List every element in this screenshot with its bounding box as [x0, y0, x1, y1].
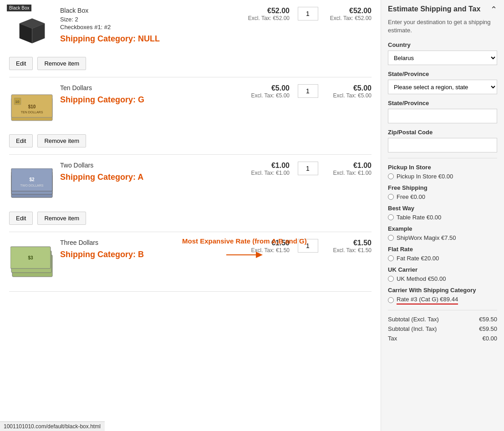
item-qty-col [294, 84, 321, 98]
item-details-ten-dollars: Ten Dollars Shipping Category: G [60, 84, 239, 105]
item-total: €1.00 Excl. Tax: €1.00 [321, 162, 372, 176]
qty-input[interactable] [298, 162, 318, 175]
edit-button[interactable]: Edit [9, 212, 33, 225]
edit-button[interactable]: Edit [9, 57, 33, 70]
shipping-option-label[interactable]: Table Rate €0.00 [397, 214, 441, 221]
sidebar-title: Estimate Shipping and Tax [388, 5, 480, 14]
item-price: €1.00 Excl. Tax: €1.00 [239, 162, 294, 176]
totals-row-tax: Tax €0.00 [388, 335, 497, 342]
svg-text:$10: $10 [28, 104, 36, 109]
section-title: Pickup In Store [388, 164, 497, 171]
price-excl-tax: Excl. Tax: €52.00 [239, 15, 290, 21]
svg-text:$3: $3 [28, 255, 33, 260]
sidebar-subtitle: Enter your destination to get a shipping… [388, 18, 497, 35]
country-group: Country Belarus [388, 41, 497, 65]
qty-input[interactable] [298, 7, 318, 20]
item-details-two-dollars: Two Dollars Shipping Category: A [60, 162, 239, 182]
item-details-black-box: Black Box Size: 2 Checkboxes #1: #2 Ship… [60, 7, 239, 44]
shipping-option-label-highlighted[interactable]: Rate #3 (Cat G) €89.44 [397, 296, 458, 304]
total-value: €5.00 [321, 84, 372, 92]
annotation: Most Expansive Rate (from A,B and G) [182, 237, 307, 262]
state-province-group-2: State/Province [388, 100, 497, 123]
svg-text:10: 10 [15, 100, 19, 104]
shipping-radio-flatrate[interactable] [388, 255, 394, 261]
shipping-section-bestway: Best Way Table Rate €0.00 [388, 205, 497, 221]
totals-row-subtotal-excl: Subtotal (Excl. Tax) €59.50 [388, 316, 497, 323]
collapse-icon[interactable]: ⌃ [490, 5, 497, 15]
qty-input[interactable] [298, 84, 318, 98]
shipping-section-example: Example ShipWorx Magix €7.50 [388, 225, 497, 241]
item-total: €1.50 Excl. Tax: €1.50 [321, 239, 372, 254]
remove-button[interactable]: Remove item [37, 57, 86, 70]
shipping-option: Fat Rate €20.00 [388, 255, 497, 262]
annotation-text: Most Expansive Rate (from A,B and G) [182, 237, 307, 246]
shipping-section-free: Free Shipping Free €0.00 [388, 184, 497, 200]
shipping-option-label[interactable]: Pickup In Store €0.00 [397, 173, 453, 180]
country-select[interactable]: Belarus [388, 51, 497, 65]
section-title: UK Carrier [388, 266, 497, 273]
state-input[interactable] [388, 109, 497, 123]
item-image-black-box: Black Box [9, 7, 55, 52]
item-qty-col [294, 162, 321, 175]
shipping-option: Free €0.00 [388, 193, 497, 200]
shipping-radio-free[interactable] [388, 194, 394, 200]
total-excl-tax: Excl. Tax: €52.00 [321, 15, 372, 21]
price-excl-tax: Excl. Tax: €5.00 [239, 92, 290, 99]
svg-marker-16 [256, 252, 263, 258]
total-value: €1.50 [321, 239, 372, 247]
remove-button[interactable]: Remove item [37, 212, 86, 225]
zip-label: Zip/Postal Code [388, 129, 497, 136]
shipping-option: ShipWorx Magix €7.50 [388, 234, 497, 241]
svg-text:$2: $2 [29, 177, 35, 182]
remove-button[interactable]: Remove item [37, 134, 86, 147]
edit-button[interactable]: Edit [9, 134, 33, 147]
item-total: €5.00 Excl. Tax: €5.00 [321, 84, 372, 99]
shipping-option-label[interactable]: UK Method €50.00 [397, 275, 446, 282]
item-qty-col [294, 7, 321, 20]
shipping-option-label[interactable]: ShipWorx Magix €7.50 [397, 234, 456, 241]
total-excl-tax: Excl. Tax: €5.00 [321, 92, 372, 99]
svg-text:TWO DOLLARS: TWO DOLLARS [20, 184, 43, 187]
shipping-category-label: Shipping Category: NULL [60, 34, 239, 44]
price-value: €5.00 [239, 84, 290, 92]
sidebar-header: Estimate Shipping and Tax ⌃ [388, 5, 497, 15]
shipping-section-carrierwithcat: Carrier With Shipping Category Rate #3 (… [388, 287, 497, 304]
total-excl-tax: Excl. Tax: €1.00 [321, 170, 372, 176]
estimate-shipping-sidebar: Estimate Shipping and Tax ⌃ Enter your d… [381, 0, 504, 431]
state-select-1[interactable]: Please select a region, state [388, 80, 497, 94]
item-image-ten-dollars: $10 TEN DOLLARS 10 [9, 84, 55, 130]
cart-item-ten-dollars: $10 TEN DOLLARS 10 Ten Dollars Shipping … [9, 77, 372, 155]
svg-text:TEN DOLLARS: TEN DOLLARS [20, 111, 43, 114]
shipping-radio-bestway[interactable] [388, 214, 394, 220]
cart-item-two-dollars: $2 TWO DOLLARS Two Dollars Shipping Cate… [9, 155, 372, 232]
price-value: €52.00 [239, 7, 290, 15]
shipping-radio-example[interactable] [388, 235, 394, 241]
shipping-option: UK Method €50.00 [388, 275, 497, 282]
item-tag: Black Box [7, 5, 31, 11]
annotation-arrow-icon [226, 248, 263, 262]
shipping-category-label: Shipping Category: G [60, 95, 239, 105]
shipping-section-ukcarrier: UK Carrier UK Method €50.00 [388, 266, 497, 282]
shipping-option-label[interactable]: Fat Rate €20.00 [397, 255, 439, 262]
state-province-group-1: State/Province Please select a region, s… [388, 71, 497, 94]
shipping-radio-carrierwithcat[interactable] [388, 297, 394, 303]
item-actions: Edit Remove item [9, 134, 372, 147]
ten-dollar-icon: $10 TEN DOLLARS 10 [10, 92, 54, 122]
cart-item-black-box: Black Box Black Box Size: 2 Checkboxes #… [9, 0, 372, 77]
section-title: Flat Rate [388, 246, 497, 253]
zip-input[interactable] [388, 138, 497, 152]
item-actions: Edit Remove item [9, 57, 372, 70]
section-title: Best Way [388, 205, 497, 212]
totals-value: €0.00 [482, 335, 497, 342]
totals-value: €59.50 [479, 325, 497, 332]
shipping-option-label[interactable]: Free €0.00 [397, 193, 425, 200]
total-excl-tax: Excl. Tax: €1.50 [321, 247, 372, 254]
price-excl-tax: Excl. Tax: €1.00 [239, 170, 290, 176]
status-url: 1001101010.com/default/black-box.html [4, 423, 101, 430]
shipping-section-pickup: Pickup In Store Pickup In Store €0.00 [388, 164, 497, 180]
totals-section: Subtotal (Excl. Tax) €59.50 Subtotal (In… [388, 316, 497, 342]
shipping-radio-ukcarrier[interactable] [388, 276, 394, 282]
section-title: Example [388, 225, 497, 232]
item-actions: Edit Remove item [9, 212, 372, 225]
shipping-radio-pickup[interactable] [388, 173, 394, 179]
